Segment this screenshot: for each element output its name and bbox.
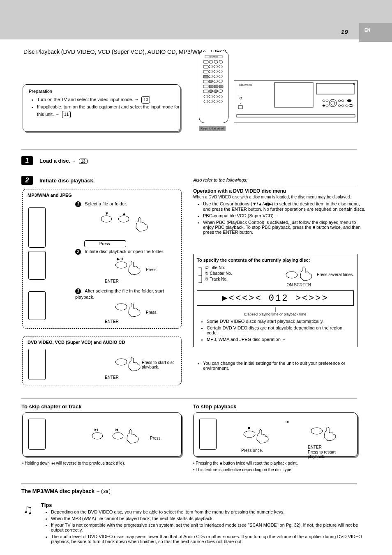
- hand-icon-2: [126, 259, 143, 277]
- svg-text:▲: ▲: [122, 211, 126, 216]
- substep-3-text: After selecting the file in the folder, …: [75, 288, 164, 299]
- svg-point-67: [286, 272, 297, 278]
- svg-point-30: [204, 95, 208, 98]
- svg-point-50: [347, 100, 351, 102]
- svg-text:▼: ▼: [105, 211, 109, 216]
- preparation-panel: Preparation Turn on the TV and select th…: [23, 84, 180, 132]
- svg-rect-2: [203, 60, 208, 63]
- last-note: You can change the initial settings for …: [203, 361, 366, 371]
- substep-2-num: 2: [75, 249, 81, 255]
- onscreen-btn: ON SCREEN: [284, 283, 314, 287]
- svg-point-19: [209, 80, 213, 83]
- svg-point-35: [209, 100, 213, 103]
- svg-point-51: [338, 105, 341, 106]
- page-header-bar: [0, 0, 392, 39]
- svg-point-36: [214, 100, 218, 103]
- stop-box: ■ Press once. or ENTER Press to restart …: [193, 412, 357, 457]
- svg-point-54: [349, 105, 353, 107]
- bottom-text: The MP3/WMA disc playback 26: [21, 488, 110, 494]
- post-note-3: MP3, WMA and JPEG disc operation →: [207, 337, 354, 342]
- svg-point-42: [329, 99, 337, 107]
- substep-1-text: Select a file or folder.: [85, 201, 127, 206]
- player-unit-illustration: KENWOOD: [234, 81, 358, 122]
- dvd-operation-box: DVD VIDEO, VCD (Super VCD) and AUDIO CD …: [22, 336, 182, 385]
- divider-3: [21, 483, 357, 484]
- svg-point-27: [209, 90, 213, 93]
- substep-1-num: 1: [75, 201, 81, 207]
- dvd-note-3: When PBC (PlayBack Control) is activated…: [203, 220, 366, 235]
- step-2-title: Initiate disc playback.: [39, 177, 95, 184]
- dvd-notes-intro: Also refer to the followings;: [193, 177, 247, 182]
- lcd-display: ▶<<<>< 012 ><>>>: [197, 290, 354, 306]
- svg-rect-10: [203, 70, 208, 73]
- svg-rect-26: [203, 90, 208, 93]
- stop-btn2-label: Press to restart playback.: [308, 450, 353, 459]
- svg-point-52: [341, 105, 344, 106]
- step-1-title: Load a disc. 13: [39, 158, 88, 164]
- notes-divider: [193, 185, 357, 185]
- svg-point-17: [219, 75, 223, 78]
- language-tag: EN: [364, 28, 370, 32]
- svg-point-44: [323, 100, 325, 101]
- dvd-note-2: PBC-compatible VCD (Super VCD) →: [203, 213, 366, 218]
- svg-point-7: [209, 65, 213, 68]
- mp3-box-header: MP3/WMA and JPEG: [28, 193, 72, 198]
- step-badge-2: 2: [21, 176, 33, 185]
- onscreen-info-box: To specify the contents of the currently…: [193, 254, 357, 347]
- skip-header: To skip chapter or track: [21, 403, 81, 410]
- updown-icon: ▼▲: [101, 211, 138, 228]
- svg-rect-24: [214, 85, 218, 88]
- svg-point-71: [92, 433, 103, 439]
- skip-label: Press.: [150, 436, 161, 440]
- svg-point-45: [326, 100, 328, 101]
- svg-point-13: [219, 70, 223, 73]
- hand-icon-3: [126, 301, 143, 319]
- svg-point-65: [115, 304, 127, 310]
- keys-used-label-main: Keys to be used: [199, 126, 226, 131]
- page-ref-11: 11: [62, 111, 71, 118]
- page-ref-26: 26: [101, 489, 110, 494]
- svg-point-11: [209, 70, 213, 73]
- svg-point-48: [338, 100, 341, 101]
- circ-2: ②: [205, 271, 209, 276]
- substep-2-btn: ENTER: [105, 279, 119, 283]
- tip-3: If your TV is not compatible with the pr…: [51, 523, 367, 532]
- tips-heading: Tips: [41, 502, 52, 508]
- svg-rect-14: [203, 75, 208, 78]
- svg-rect-40: [316, 83, 354, 94]
- svg-rect-23: [209, 85, 213, 88]
- tip-1: Depending on the DVD VIDEO disc, you may…: [51, 509, 367, 514]
- svg-point-74: [244, 431, 255, 438]
- substep-2-label: Press.: [146, 267, 157, 272]
- svg-rect-22: [203, 85, 208, 88]
- svg-point-34: [204, 100, 208, 103]
- svg-point-66: [115, 359, 127, 365]
- svg-point-49: [341, 100, 344, 101]
- svg-text:KENWOOD: KENWOOD: [209, 56, 218, 58]
- menu-desc: When a DVD VIDEO disc with a disc menu i…: [193, 195, 357, 199]
- svg-text:⏮: ⏮: [94, 427, 98, 432]
- svg-rect-58: [237, 115, 355, 117]
- svg-rect-39: [274, 83, 313, 107]
- hand-icon-4: [126, 355, 143, 373]
- svg-point-62: [118, 216, 129, 222]
- svg-point-33: [219, 95, 223, 98]
- svg-text:KENWOOD: KENWOOD: [239, 84, 252, 86]
- substep-3-num: 3: [75, 288, 81, 294]
- prep-item-1: Turn on the TV and select the video inpu…: [37, 96, 180, 104]
- hand-icon-7: [322, 425, 338, 443]
- hand-icon-5: [125, 428, 141, 445]
- svg-point-47: [326, 105, 328, 106]
- svg-rect-57: [238, 106, 242, 109]
- svg-rect-4: [214, 60, 218, 63]
- svg-rect-3: [209, 60, 213, 63]
- remote-mini-5: [28, 419, 46, 450]
- tip-4: The audio level of DVD VIDEO discs may s…: [51, 534, 367, 544]
- menu-heading: Operation with a DVD VIDEO disc menu: [193, 188, 286, 194]
- stop-header: To stop playback: [193, 403, 236, 410]
- svg-point-75: [311, 428, 323, 434]
- prep-item-2: If applicable, turn on the audio equipme…: [37, 104, 180, 118]
- substep-2-text: Initiate disc playback or open the folde…: [85, 249, 164, 254]
- section-title: Disc Playback (DVD VIDEO, VCD (Super VCD…: [23, 48, 226, 55]
- substep-1-label: Press.: [84, 240, 126, 247]
